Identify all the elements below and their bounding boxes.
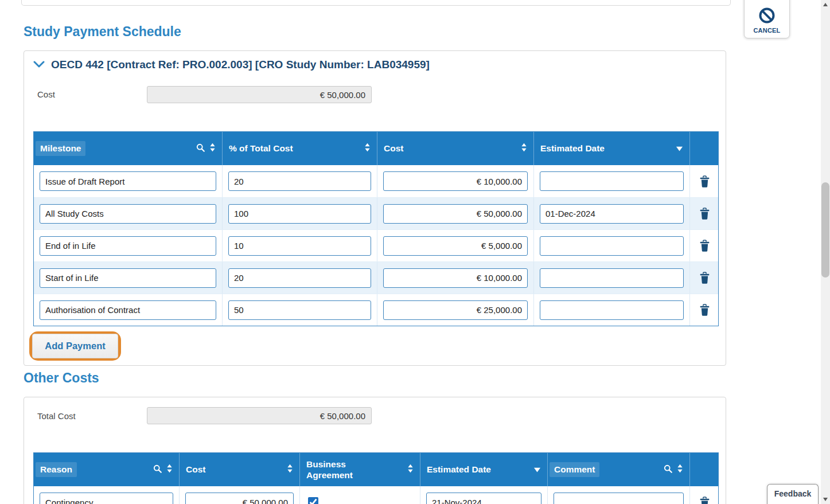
delete-row-button[interactable] — [697, 302, 712, 318]
column-header-actions — [689, 132, 719, 165]
cost-input[interactable] — [185, 493, 294, 504]
vertical-scrollbar[interactable] — [821, 0, 830, 504]
total-cost-label: Total Cost — [37, 411, 76, 421]
scroll-down-arrow[interactable] — [821, 495, 830, 504]
sort-icon[interactable] — [407, 463, 414, 476]
cancel-button[interactable]: CANCEL — [744, 0, 790, 38]
search-icon[interactable] — [153, 464, 162, 476]
other-costs-table: Reason Cost Business Agreement — [33, 452, 719, 504]
other-costs-table-body — [34, 486, 718, 504]
chevron-down-icon — [33, 60, 45, 70]
page: CANCEL Study Payment Schedule OECD 442 [… — [0, 0, 830, 504]
sort-icon[interactable] — [166, 463, 173, 476]
estimated-date-input[interactable] — [540, 300, 684, 320]
cost-input[interactable] — [383, 300, 528, 320]
delete-row-button[interactable] — [697, 495, 712, 504]
cancel-icon — [758, 7, 776, 26]
percent-input[interactable] — [228, 268, 371, 288]
column-header-percent[interactable]: % of Total Cost — [222, 132, 377, 165]
column-header-percent-label: % of Total Cost — [229, 143, 293, 154]
sort-desc-icon[interactable] — [676, 143, 683, 154]
milestone-input[interactable] — [40, 268, 216, 288]
column-header-comment-label: Comment — [550, 462, 599, 476]
delete-row-button[interactable] — [697, 238, 712, 253]
column-header-estimated-date-label: Estimated Date — [540, 143, 605, 154]
scrollbar-thumb[interactable] — [821, 182, 829, 278]
milestone-row — [34, 261, 718, 294]
percent-input[interactable] — [228, 204, 371, 224]
search-icon[interactable] — [663, 464, 673, 476]
estimated-date-input[interactable] — [540, 204, 684, 224]
column-header-estimated-date[interactable]: Estimated Date — [420, 453, 547, 486]
column-header-cost-label: Cost — [186, 464, 205, 475]
column-header-cost[interactable]: Cost — [377, 132, 533, 165]
column-header-business-agreement-label: Business Agreement — [306, 459, 364, 481]
previous-panel-edge — [21, 0, 731, 6]
estimated-date-input[interactable] — [426, 493, 541, 504]
payment-schedule-panel: OECD 442 [Contract Ref: PRO.002.003] [CR… — [24, 50, 726, 366]
reason-input[interactable] — [40, 493, 173, 504]
milestone-input[interactable] — [40, 236, 216, 256]
cancel-button-label: CANCEL — [753, 27, 780, 34]
sort-icon[interactable] — [364, 142, 371, 155]
column-header-cost-label: Cost — [384, 143, 403, 154]
cost-label: Cost — [37, 89, 55, 99]
delete-row-button[interactable] — [697, 174, 712, 189]
add-payment-highlight: Add Payment — [29, 331, 121, 361]
estimated-date-input[interactable] — [540, 268, 684, 288]
feedback-button-label: Feedback — [774, 489, 812, 498]
cost-total-input — [147, 86, 372, 103]
feedback-button[interactable]: Feedback — [767, 484, 819, 504]
delete-row-button[interactable] — [697, 206, 712, 221]
cost-input[interactable] — [383, 268, 528, 288]
milestones-table-body — [34, 165, 718, 326]
column-header-milestone-label: Milestone — [36, 141, 85, 155]
column-header-reason-label: Reason — [36, 462, 77, 476]
other-costs-table-header: Reason Cost Business Agreement — [34, 453, 718, 486]
column-header-comment[interactable]: Comment — [547, 453, 689, 486]
study-payment-schedule-heading: Study Payment Schedule — [24, 24, 181, 40]
other-cost-row — [34, 486, 718, 504]
milestone-input[interactable] — [40, 300, 216, 320]
column-header-business-agreement[interactable]: Business Agreement — [299, 453, 420, 486]
column-header-reason[interactable]: Reason — [34, 453, 179, 486]
cost-input[interactable] — [383, 236, 528, 256]
column-header-milestone[interactable]: Milestone — [34, 132, 222, 165]
column-header-actions — [689, 453, 719, 486]
milestones-table: Milestone % of Total Cost Cost — [33, 131, 719, 326]
sort-icon[interactable] — [287, 463, 293, 476]
cost-input[interactable] — [383, 171, 528, 191]
milestone-input[interactable] — [40, 171, 216, 191]
milestones-table-header: Milestone % of Total Cost Cost — [34, 132, 718, 165]
comment-input[interactable] — [554, 493, 684, 504]
sort-icon[interactable] — [209, 142, 216, 155]
milestone-row — [34, 294, 718, 326]
estimated-date-input[interactable] — [540, 171, 684, 191]
milestone-row — [34, 165, 718, 197]
other-costs-heading: Other Costs — [24, 370, 99, 386]
business-agreement-checkbox[interactable] — [308, 497, 318, 504]
milestone-input[interactable] — [40, 204, 216, 224]
sort-desc-icon[interactable] — [533, 464, 541, 475]
milestone-row — [34, 197, 718, 229]
total-cost-input — [147, 407, 372, 424]
percent-input[interactable] — [228, 300, 371, 320]
search-icon[interactable] — [196, 143, 205, 155]
column-header-estimated-date[interactable]: Estimated Date — [533, 132, 689, 165]
sort-icon[interactable] — [521, 142, 527, 155]
add-payment-button[interactable]: Add Payment — [32, 334, 118, 358]
estimated-date-input[interactable] — [540, 236, 684, 256]
study-group-header[interactable]: OECD 442 [Contract Ref: PRO.002.003] [CR… — [33, 58, 430, 71]
milestone-row — [34, 229, 718, 261]
delete-row-button[interactable] — [697, 270, 712, 286]
percent-input[interactable] — [228, 171, 371, 191]
cost-input[interactable] — [383, 204, 528, 224]
sort-icon[interactable] — [677, 463, 683, 476]
scroll-up-arrow[interactable] — [821, 0, 830, 9]
column-header-cost[interactable]: Cost — [179, 453, 299, 486]
study-group-title: OECD 442 [Contract Ref: PRO.002.003] [CR… — [51, 58, 430, 71]
other-costs-panel: Total Cost Reason Cost — [24, 397, 726, 504]
column-header-estimated-date-label: Estimated Date — [427, 464, 491, 475]
percent-input[interactable] — [228, 236, 371, 256]
